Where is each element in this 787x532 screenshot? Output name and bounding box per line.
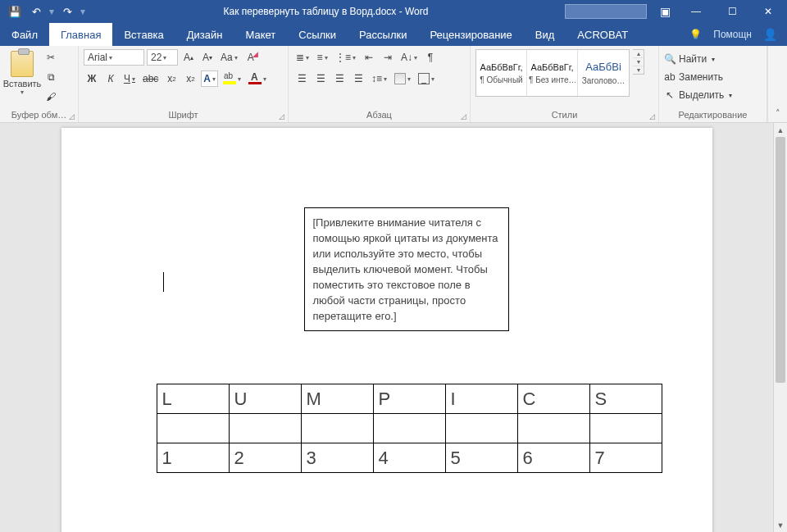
decrease-indent-button[interactable]: ⇤	[361, 49, 377, 66]
tab-home[interactable]: Главная	[49, 23, 112, 46]
table-cell[interactable]: 5	[445, 443, 517, 473]
scroll-track[interactable]	[774, 137, 787, 518]
styles-gallery[interactable]: АаБбВвГг, ¶ Обычный АаБбВвГг, ¶ Без инте…	[475, 49, 630, 97]
paragraph-dialog-launcher[interactable]: ◿	[461, 112, 466, 120]
scroll-up-icon[interactable]: ▲	[774, 123, 787, 137]
cut-button[interactable]: ✂	[43, 49, 59, 66]
highlight-button[interactable]	[221, 70, 243, 87]
bullets-button[interactable]: ≣	[293, 49, 312, 66]
strikethrough-button[interactable]: abc	[140, 70, 161, 87]
tab-view[interactable]: Вид	[524, 23, 566, 46]
font-dialog-launcher[interactable]: ◿	[279, 112, 284, 120]
table-row[interactable]: L U M P I C S	[157, 384, 662, 414]
table-cell[interactable]: 1	[157, 443, 229, 473]
table-cell[interactable]	[445, 414, 517, 443]
table-cell[interactable]	[157, 414, 229, 443]
text-effects-button[interactable]: A	[201, 70, 218, 87]
clear-formatting-button[interactable]: A◢	[243, 49, 259, 66]
table-cell[interactable]	[517, 414, 589, 443]
table-cell[interactable]: 6	[517, 443, 589, 473]
tab-references[interactable]: Ссылки	[287, 23, 348, 46]
collapse-ribbon-button[interactable]: ˄	[767, 46, 787, 122]
table-cell[interactable]: 7	[589, 443, 662, 473]
font-name-combo[interactable]: Arial	[84, 49, 144, 66]
style-normal[interactable]: АаБбВвГг, ¶ Обычный	[476, 50, 527, 96]
font-size-combo[interactable]: 22	[147, 49, 178, 66]
tell-me[interactable]: Помощн	[713, 29, 752, 40]
styles-dialog-launcher[interactable]: ◿	[649, 112, 655, 120]
find-button[interactable]: 🔍Найти▾	[664, 51, 715, 67]
clipboard-dialog-launcher[interactable]: ◿	[69, 112, 75, 120]
italic-button[interactable]: К	[102, 70, 119, 87]
table-cell[interactable]: 3	[301, 443, 373, 473]
tab-acrobat[interactable]: ACROBAT	[566, 23, 639, 46]
show-marks-button[interactable]: ¶	[422, 49, 439, 66]
redo-button[interactable]: ↷	[57, 2, 77, 21]
tab-insert[interactable]: Вставка	[112, 23, 175, 46]
underline-button[interactable]: Ч	[121, 70, 138, 87]
page[interactable]: [Привлеките внимание читателя с помощью …	[61, 128, 712, 532]
table-cell[interactable]: M	[301, 384, 373, 414]
superscript-button[interactable]: x2	[182, 70, 198, 87]
align-right-button[interactable]: ☰	[331, 70, 348, 87]
align-left-button[interactable]: ☰	[293, 70, 310, 87]
save-button[interactable]: 💾	[5, 2, 25, 21]
text-box-callout[interactable]: [Привлеките внимание читателя с помощью …	[304, 207, 509, 331]
table-cell[interactable]: L	[157, 384, 229, 414]
borders-button[interactable]	[416, 70, 437, 87]
style-heading1[interactable]: АаБбВі Заголово…	[578, 50, 629, 96]
table-row[interactable]: 1 2 3 4 5 6 7	[157, 443, 662, 473]
table-cell[interactable]	[301, 414, 373, 443]
grow-font-button[interactable]: A▴	[180, 49, 197, 66]
scroll-thumb[interactable]	[776, 137, 785, 383]
justify-button[interactable]: ☰	[350, 70, 366, 87]
table-cell[interactable]: S	[589, 384, 662, 414]
select-button[interactable]: ↖Выделить▾	[664, 87, 732, 103]
share-icon[interactable]: 👤	[763, 28, 777, 41]
scroll-down-icon[interactable]: ▼	[774, 518, 787, 532]
table-cell[interactable]	[373, 414, 445, 443]
gallery-down-icon[interactable]: ▾	[633, 58, 644, 66]
table-cell[interactable]: C	[517, 384, 589, 414]
table-cell[interactable]: 2	[229, 443, 301, 473]
document-table[interactable]: L U M P I C S 1	[157, 384, 662, 473]
bold-button[interactable]: Ж	[84, 70, 100, 87]
maximize-button[interactable]: ☐	[715, 0, 749, 23]
ribbon-display-options[interactable]: ▣	[660, 5, 671, 18]
table-row[interactable]	[157, 414, 662, 443]
shading-button[interactable]	[392, 70, 413, 87]
style-no-spacing[interactable]: АаБбВвГг, ¶ Без инте…	[527, 50, 578, 96]
table-cell[interactable]	[229, 414, 301, 443]
subscript-button[interactable]: x2	[163, 70, 180, 87]
table-cell[interactable]: 4	[373, 443, 445, 473]
font-color-button[interactable]	[246, 70, 269, 87]
shrink-font-button[interactable]: A▾	[199, 49, 216, 66]
tab-design[interactable]: Дизайн	[175, 23, 234, 46]
sort-button[interactable]: A↓	[398, 49, 420, 66]
line-spacing-button[interactable]: ↕≡	[369, 70, 389, 87]
numbering-button[interactable]: ≡	[314, 49, 330, 66]
tab-mailings[interactable]: Рассылки	[348, 23, 418, 46]
tab-review[interactable]: Рецензирование	[418, 23, 523, 46]
copy-button[interactable]: ⧉	[43, 69, 59, 85]
styles-gallery-scroll[interactable]: ▴ ▾ ▾	[633, 49, 644, 75]
increase-indent-button[interactable]: ⇥	[380, 49, 396, 66]
table-cell[interactable]: P	[373, 384, 445, 414]
replace-button[interactable]: abЗаменить	[664, 69, 723, 85]
paste-button[interactable]: Вставить ▾	[5, 49, 39, 96]
format-painter-button[interactable]: 🖌	[43, 89, 59, 105]
table-cell[interactable]: U	[229, 384, 301, 414]
vertical-scrollbar[interactable]: ▲ ▼	[773, 123, 787, 532]
document-scroll[interactable]: [Привлеките внимание читателя с помощью …	[0, 123, 773, 532]
undo-button[interactable]: ↶	[26, 2, 46, 21]
table-cell[interactable]	[589, 414, 662, 443]
table-cell[interactable]: I	[445, 384, 517, 414]
multilevel-list-button[interactable]: ⋮≡	[333, 49, 358, 66]
minimize-button[interactable]: —	[679, 0, 713, 23]
close-button[interactable]: ✕	[751, 0, 785, 23]
gallery-up-icon[interactable]: ▴	[633, 50, 644, 58]
gallery-more-icon[interactable]: ▾	[633, 66, 644, 74]
tab-layout[interactable]: Макет	[234, 23, 287, 46]
tab-file[interactable]: Файл	[0, 23, 49, 46]
align-center-button[interactable]: ☰	[312, 70, 329, 87]
